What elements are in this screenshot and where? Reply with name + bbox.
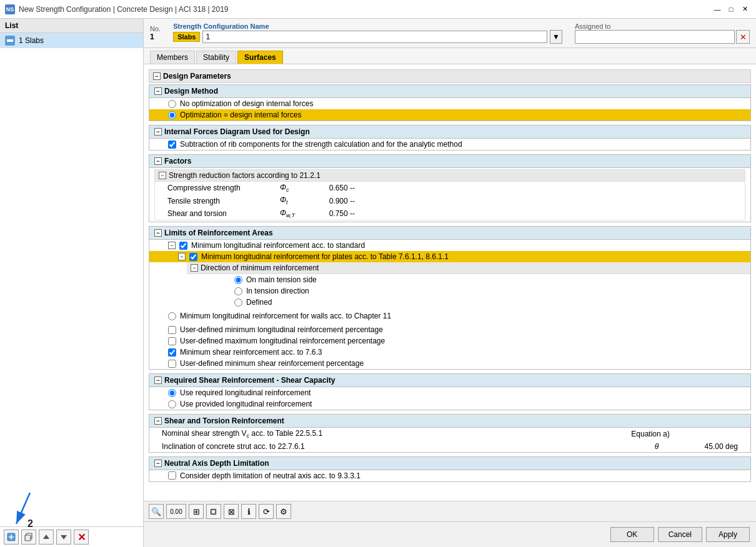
new-item-button[interactable]: [4, 530, 19, 545]
tabs-bar: Members Stability Surfaces: [144, 48, 756, 64]
direction-header: − Direction of minimum reinforcement: [187, 262, 750, 274]
neutral-axis-checkbox[interactable]: [168, 471, 176, 480]
title-controls: — □ ✕: [711, 3, 751, 16]
tab-members[interactable]: Members: [150, 51, 195, 64]
assigned-input[interactable]: [575, 30, 735, 44]
design-params-collapse[interactable]: −: [153, 72, 161, 80]
min-shear-label: Minimum shear reinforcement acc. to 7.6.…: [180, 348, 322, 357]
opt-row: Optimization = design internal forces: [149, 109, 750, 121]
rib-components-checkbox[interactable]: [168, 140, 176, 149]
move-up-button[interactable]: [39, 530, 54, 545]
tension-direction-row: In tension direction: [187, 285, 750, 297]
shear-reinforcement-collapse[interactable]: −: [154, 377, 162, 384]
user-min-shear-checkbox[interactable]: [168, 360, 176, 368]
tab-surfaces[interactable]: Surfaces: [237, 51, 283, 64]
history-button[interactable]: ⟳: [259, 504, 274, 519]
limits-collapse[interactable]: −: [154, 229, 162, 237]
opt-radio[interactable]: [168, 111, 176, 119]
panel-content: − Design Parameters − Design Method No o…: [144, 64, 756, 501]
filter-button[interactable]: ⊠: [224, 504, 239, 519]
no-value: 1: [150, 32, 161, 41]
user-defined-container: User-defined minimum longitudinal reinfo…: [149, 324, 750, 369]
no-section: No. 1: [150, 25, 161, 41]
name-input-row: Slabs ▼: [173, 30, 562, 44]
neutral-axis-label: Neutral Axis Depth Limitation: [164, 459, 269, 468]
sidebar-item-label: 1 Slabs: [19, 36, 44, 45]
nominal-shear-label: Nominal shear strength Vc acc. to Table …: [162, 429, 625, 439]
value-button[interactable]: 0.00: [166, 504, 186, 519]
compressive-label: Compressive strength: [167, 184, 280, 192]
maximize-button[interactable]: □: [725, 3, 737, 16]
copy-item-button[interactable]: [21, 530, 36, 545]
name-label: Strength Configuration Name: [173, 22, 562, 30]
direction-collapse[interactable]: −: [191, 264, 198, 272]
assigned-clear-button[interactable]: ✕: [736, 30, 750, 44]
user-min-long-checkbox[interactable]: [168, 326, 176, 334]
strength-reduction-header: − Strength reduction factors according t…: [155, 170, 745, 182]
map-button[interactable]: ⛋: [206, 504, 221, 519]
min-long-checkbox[interactable]: [179, 242, 187, 250]
required-long-radio[interactable]: [168, 389, 176, 397]
min-walls-radio[interactable]: [168, 312, 176, 320]
inclination-value: 45.00 deg: [675, 442, 738, 451]
sidebar-list-label: List: [5, 21, 18, 30]
dropdown-arrow[interactable]: ▼: [550, 30, 562, 44]
strength-reduction-label: Strength reduction factors according to …: [169, 171, 321, 180]
shear-torsion-collapse[interactable]: −: [154, 417, 162, 425]
sidebar-header: List: [0, 19, 143, 33]
svg-rect-7: [25, 535, 31, 541]
apply-button[interactable]: Apply: [706, 527, 750, 542]
design-method-collapse[interactable]: −: [154, 87, 162, 95]
neutral-axis-collapse[interactable]: −: [154, 460, 162, 467]
tension-direction-label: In tension direction: [246, 287, 309, 295]
rib-components-row: Subtraction of rib components for the st…: [149, 139, 750, 150]
main-tension-radio[interactable]: [234, 276, 242, 284]
info-button[interactable]: ℹ: [241, 504, 256, 519]
defined-radio[interactable]: [234, 298, 242, 307]
tensile-value: 0.900 --: [305, 197, 355, 205]
internal-forces-collapse[interactable]: −: [154, 128, 162, 136]
shear-reinforcement-header: − Required Shear Reinforcement - Shear C…: [149, 374, 750, 387]
design-method-section: − Design Method No optimization of desig…: [149, 84, 751, 121]
min-walls-label: Minimum longitudinal reinforcement for w…: [180, 312, 391, 320]
tension-direction-radio[interactable]: [234, 287, 242, 295]
name-input[interactable]: [202, 31, 547, 43]
strength-reduction-collapse[interactable]: −: [159, 172, 166, 179]
user-max-long-label: User-defined maximum longitudinal reinfo…: [180, 337, 385, 345]
min-shear-checkbox[interactable]: [168, 348, 176, 357]
move-down-button[interactable]: [56, 530, 71, 545]
required-long-row: Use required longitudinal reinforcement: [149, 387, 750, 398]
cancel-button[interactable]: Cancel: [658, 527, 702, 542]
slabs-icon: [5, 36, 15, 46]
compressive-row: Compressive strength Φc 0.650 --: [155, 182, 745, 194]
no-opt-radio[interactable]: [168, 100, 176, 108]
tab-stability[interactable]: Stability: [196, 51, 236, 64]
table-button[interactable]: ⊞: [189, 504, 204, 519]
main-container: List 1 Slabs: [0, 19, 756, 547]
title-bar: NS New Strength Configuration | Concrete…: [0, 0, 756, 19]
min-shear-row: Minimum shear reinforcement acc. to 7.6.…: [156, 347, 750, 358]
provided-long-radio[interactable]: [168, 400, 176, 408]
shear-torsion-section: − Shear and Torsion Reinforcement Nomina…: [149, 414, 751, 452]
search-button[interactable]: 🔍: [149, 504, 164, 519]
minimize-button[interactable]: —: [711, 3, 724, 16]
min-long-plates-checkbox[interactable]: [189, 253, 197, 261]
neutral-axis-row: Consider depth limitation of neutral axi…: [149, 470, 750, 481]
main-tension-label: On main tension side: [246, 275, 317, 284]
factors-collapse[interactable]: −: [154, 157, 162, 165]
ok-button[interactable]: OK: [610, 527, 654, 542]
close-button[interactable]: ✕: [739, 3, 751, 16]
min-long-plates-collapse[interactable]: −: [178, 253, 186, 260]
delete-item-button[interactable]: ✕: [74, 530, 89, 545]
required-long-label: Use required longitudinal reinforcement: [180, 388, 311, 397]
right-panel: No. 1 Strength Configuration Name Slabs …: [144, 19, 756, 547]
svg-rect-0: [7, 39, 13, 42]
internal-forces-label: Internal Forces Diagram Used for Design: [164, 127, 310, 136]
sidebar-item-slabs[interactable]: 1 Slabs: [0, 33, 143, 48]
shear-torsion-header: − Shear and Torsion Reinforcement: [149, 415, 750, 428]
settings-button[interactable]: ⚙: [276, 504, 291, 519]
user-max-long-checkbox[interactable]: [168, 337, 176, 345]
min-walls-row: Minimum longitudinal reinforcement for w…: [149, 310, 750, 322]
svg-marker-8: [43, 535, 49, 539]
min-long-collapse[interactable]: −: [168, 242, 176, 249]
